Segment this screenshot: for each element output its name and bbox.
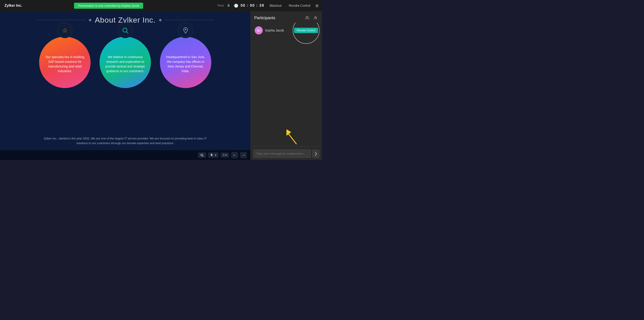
revoke-control-button[interactable]: Revoke Control xyxy=(294,28,318,33)
chat-area: ❯ xyxy=(251,147,322,160)
star-icon: ☆ xyxy=(62,27,68,34)
topbar: Zylker Inc. Presentation is now controll… xyxy=(0,0,322,11)
participant-item: SJ Sophia Jacob Revoke Control xyxy=(253,24,319,36)
pointer-button[interactable]: ▾ xyxy=(208,152,218,158)
revoke-circle-wrapper: Revoke Control xyxy=(294,28,318,33)
prev-slide-button[interactable]: ← xyxy=(231,152,238,158)
timer-reset-button[interactable]: 🕐 xyxy=(233,2,239,9)
svg-point-0 xyxy=(123,28,127,32)
revoke-highlight-circle xyxy=(293,23,320,44)
participant-name: Sophia Jacob xyxy=(265,29,292,32)
circle-item-2: We believe in continuous research and ex… xyxy=(100,29,151,88)
circle-item-3: Headquartered in San Jose, the company h… xyxy=(160,29,211,88)
circle-icon-bg-3 xyxy=(178,22,194,38)
avatar-image: SJ xyxy=(255,26,263,34)
timer-pause-button[interactable]: ⏸ xyxy=(226,2,232,9)
title-line-left xyxy=(36,20,86,20)
timer-label: Timer xyxy=(217,4,224,7)
add-participant-button[interactable] xyxy=(312,15,318,21)
page-dropdown-arrow: ▾ xyxy=(226,154,227,157)
circle-1-text: Our specialty lies in building SAP based… xyxy=(44,55,85,73)
timer-area: Timer ⏸ 🕐 00 : 00 : 39 xyxy=(217,2,264,9)
send-icon: ❯ xyxy=(314,152,317,156)
title-diamond-left xyxy=(88,18,92,21)
slide-area: About Zylker Inc. ☆ Our specialty lies i… xyxy=(0,11,250,160)
add-person-icon xyxy=(313,16,317,20)
slide-content: About Zylker Inc. ☆ Our specialty lies i… xyxy=(0,11,250,150)
chat-send-button[interactable]: ❯ xyxy=(312,150,319,158)
sidebar-divider xyxy=(253,146,319,146)
people-icon xyxy=(305,16,309,20)
svg-point-2 xyxy=(185,29,186,30)
circle-2: We believe in continuous research and ex… xyxy=(100,37,151,88)
zoom-button[interactable] xyxy=(198,152,206,158)
pointer-dropdown-arrow: ▾ xyxy=(215,154,216,157)
sidebar: Participants xyxy=(250,11,322,160)
next-slide-button[interactable]: → xyxy=(240,152,247,158)
topbar-revoke-button[interactable]: Revoke Control xyxy=(287,3,312,8)
grid-view-button[interactable]: ⊞ xyxy=(314,2,320,9)
app-logo: Zylker Inc. xyxy=(0,3,26,7)
circle-3: Headquartered in San Jose, the company h… xyxy=(160,37,211,88)
circle-icon-bg-2 xyxy=(118,22,133,38)
topbar-right-icons: ⊞ xyxy=(314,2,322,9)
page-number: 2 xyxy=(223,154,224,157)
circle-icon-bg-1: ☆ xyxy=(57,22,73,38)
circles-row: ☆ Our specialty lies in building SAP bas… xyxy=(39,29,211,131)
svg-point-7 xyxy=(314,16,316,18)
circle-2-text: We believe in continuous research and ex… xyxy=(105,55,146,73)
circle-1: Our specialty lies in building SAP based… xyxy=(39,37,90,88)
arrow-indicator xyxy=(251,127,322,145)
svg-line-1 xyxy=(126,32,128,33)
arrow-svg xyxy=(286,130,300,145)
chat-input[interactable] xyxy=(253,149,311,158)
svg-line-4 xyxy=(202,156,204,157)
zoom-icon xyxy=(200,153,204,157)
title-line-right xyxy=(165,20,214,20)
slide-footer-text: Zylker Inc., started in the year 2002, W… xyxy=(40,136,210,148)
blackout-button[interactable]: Blackout xyxy=(268,3,284,8)
search-icon xyxy=(122,27,129,34)
circle-item-1: ☆ Our specialty lies in building SAP bas… xyxy=(39,29,90,88)
location-icon xyxy=(182,27,189,34)
sidebar-title: Participants xyxy=(254,16,275,20)
circle-3-text: Headquartered in San Jose, the company h… xyxy=(165,55,206,73)
sidebar-icons xyxy=(304,15,318,21)
slide-toolbar: ▾ 2 ▾ ← → xyxy=(0,150,250,160)
title-diamond-right xyxy=(159,18,162,21)
pointer-icon xyxy=(210,153,214,157)
sidebar-header: Participants xyxy=(251,11,322,23)
participant-avatar: SJ xyxy=(255,26,263,34)
svg-point-6 xyxy=(306,16,308,18)
notification-banner: Presentation is now controlled by Sophia… xyxy=(74,3,143,9)
svg-line-11 xyxy=(289,134,296,144)
main-area: About Zylker Inc. ☆ Our specialty lies i… xyxy=(0,11,322,160)
page-selector-button[interactable]: 2 ▾ xyxy=(221,153,229,158)
participants-list: SJ Sophia Jacob Revoke Control xyxy=(251,23,322,127)
participants-icon-button[interactable] xyxy=(304,15,310,21)
timer-value: 00 : 00 : 39 xyxy=(240,3,264,7)
